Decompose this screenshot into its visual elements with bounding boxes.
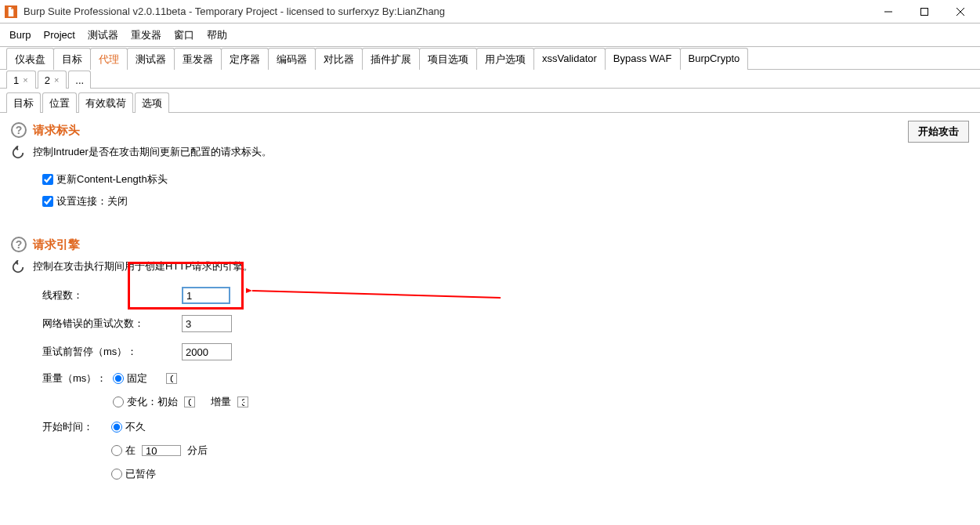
help-icon[interactable]: ?	[11, 122, 27, 138]
start-in-input[interactable]	[142, 445, 181, 456]
menu-project[interactable]: Project	[38, 27, 79, 42]
checkbox-update-cl-input[interactable]	[42, 174, 53, 185]
main-tab-row: 仪表盘 目标 代理 测试器 重发器 定序器 编码器 对比器 插件扩展 项目选项 …	[0, 47, 980, 70]
add-attack-tab[interactable]: ...	[68, 71, 91, 89]
throttle-var-inc-input[interactable]	[237, 396, 248, 407]
retries-label: 网络错误的重试次数：	[42, 317, 175, 331]
refresh-icon[interactable]	[11, 260, 27, 276]
tab-projectopts[interactable]: 项目选项	[419, 48, 477, 70]
tab-proxy[interactable]: 代理	[90, 48, 128, 70]
throttle-fixed-radio[interactable]	[113, 373, 124, 384]
close-tab-icon[interactable]: ×	[53, 76, 60, 85]
throttle-fixed-input[interactable]	[166, 373, 177, 384]
retries-input[interactable]	[182, 315, 232, 332]
detail-tabs-row: 目标 位置 有效载荷 选项	[0, 92, 980, 113]
start-in-radio[interactable]	[111, 445, 122, 456]
threads-input[interactable]	[182, 287, 230, 304]
start-in-label: 在	[125, 444, 136, 458]
start-now-radio[interactable]	[111, 422, 122, 433]
throttle-var-init-input[interactable]	[184, 396, 195, 407]
section-title-headers: 请求标头	[33, 123, 80, 138]
threads-label: 线程数：	[42, 288, 175, 302]
section-desc-headers: 控制Intruder是否在攻击期间更新已配置的请求标头。	[33, 145, 272, 159]
window-titlebar: Burp Suite Professional v2.0.11beta - Te…	[0, 0, 980, 24]
checkbox-set-conn-close-input[interactable]	[42, 196, 53, 207]
pause-input[interactable]	[182, 343, 232, 360]
menu-burp[interactable]: Burp	[5, 27, 35, 42]
subtab-options[interactable]: 选项	[135, 92, 169, 113]
refresh-icon[interactable]	[11, 146, 27, 161]
tab-intruder[interactable]: 测试器	[127, 48, 175, 70]
checkbox-set-conn-close-label: 设置连接：关闭	[56, 194, 128, 208]
throttle-fixed-label: 固定	[127, 371, 147, 386]
menu-help[interactable]: 帮助	[202, 27, 232, 44]
throttle-variable-label: 变化：初始	[127, 395, 178, 409]
tab-repeater[interactable]: 重发器	[174, 48, 222, 70]
section-title-engine: 请求引擎	[33, 237, 80, 252]
close-button[interactable]	[942, 0, 978, 24]
section-request-headers: ? 请求标头 控制Intruder是否在攻击期间更新已配置的请求标头。 更新Co…	[0, 113, 980, 208]
subtab-payloads[interactable]: 有效载荷	[78, 92, 133, 113]
tab-sequencer[interactable]: 定序器	[221, 48, 269, 70]
tab-xssvalidator[interactable]: xssValidator	[533, 48, 606, 70]
start-paused-label: 已暂停	[125, 467, 156, 481]
close-tab-icon[interactable]: ×	[22, 76, 28, 85]
tab-bypasswaf[interactable]: Bypass WAF	[605, 48, 681, 70]
tab-useropts[interactable]: 用户选项	[476, 48, 534, 70]
tab-decoder[interactable]: 编码器	[268, 48, 316, 70]
section-request-engine: ? 请求引擎 控制在攻击执行期间用于创建HTTP请求的引擎。 线程数： 网络错误…	[0, 227, 980, 481]
throttle-increment-label: 增量	[211, 395, 231, 409]
attack-tab-2-label: 2	[45, 74, 50, 86]
section-desc-engine: 控制在攻击执行期间用于创建HTTP请求的引擎。	[33, 259, 253, 273]
help-icon[interactable]: ?	[11, 237, 27, 252]
tab-comparer[interactable]: 对比器	[315, 48, 363, 70]
menu-repeater[interactable]: 重发器	[126, 27, 166, 44]
checkbox-update-cl-label: 更新Content-Length标头	[56, 172, 168, 186]
start-time-label: 开始时间：	[42, 420, 105, 434]
tab-dashboard[interactable]: 仪表盘	[6, 48, 54, 70]
subtab-positions[interactable]: 位置	[42, 92, 77, 113]
throttle-variable-radio[interactable]	[113, 396, 124, 407]
minimize-button[interactable]	[870, 0, 906, 24]
options-panel: 开始攻击 ? 请求标头 控制Intruder是否在攻击期间更新已配置的请求标头。…	[0, 113, 980, 520]
menu-tester[interactable]: 测试器	[83, 27, 123, 44]
add-tab-label: ...	[75, 74, 84, 86]
attack-tabs-row: 1 × 2 × ...	[0, 70, 980, 89]
attack-tab-1-label: 1	[13, 74, 19, 86]
tab-burpcrypto[interactable]: BurpCrypto	[680, 48, 749, 70]
start-paused-radio[interactable]	[111, 469, 122, 480]
menu-window[interactable]: 窗口	[169, 27, 199, 44]
window-title: Burp Suite Professional v2.0.11beta - Te…	[24, 5, 870, 17]
start-in-suffix: 分后	[187, 444, 208, 458]
start-now-label: 不久	[125, 420, 146, 434]
attack-tab-2[interactable]: 2 ×	[38, 71, 67, 89]
checkbox-update-content-length[interactable]: 更新Content-Length标头	[42, 172, 969, 186]
pause-label: 重试前暂停（ms）：	[42, 345, 175, 359]
attack-tab-1[interactable]: 1 ×	[6, 71, 36, 89]
throttle-label: 重量（ms）：	[42, 371, 107, 386]
app-icon	[5, 5, 17, 18]
subtab-target[interactable]: 目标	[6, 92, 41, 113]
menubar: Burp Project 测试器 重发器 窗口 帮助	[0, 24, 980, 47]
checkbox-set-conn-close[interactable]: 设置连接：关闭	[42, 194, 969, 208]
maximize-button[interactable]	[906, 0, 942, 24]
tab-extender[interactable]: 插件扩展	[362, 48, 420, 70]
svg-rect-1	[921, 8, 928, 15]
tab-target[interactable]: 目标	[53, 48, 91, 70]
